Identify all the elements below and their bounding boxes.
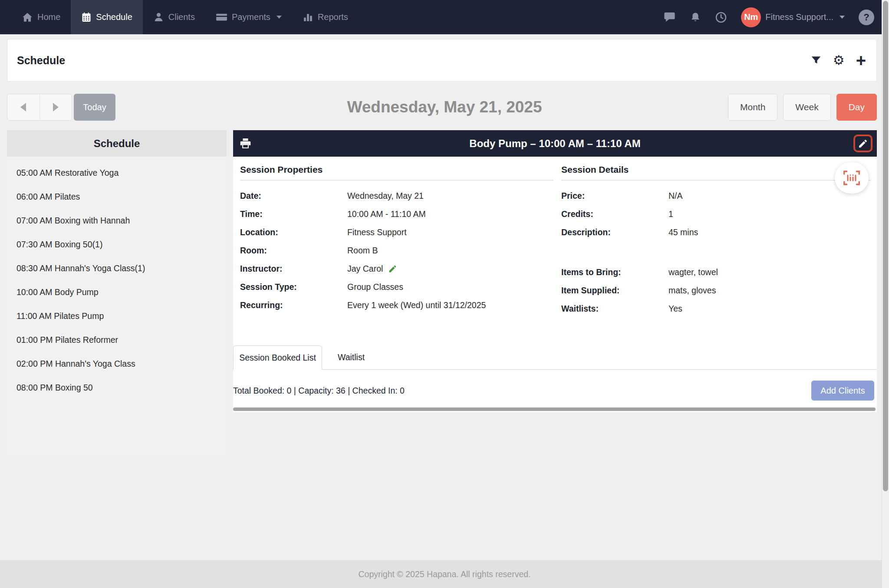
person-icon bbox=[153, 12, 164, 23]
instructor-name: Jay Carol bbox=[347, 264, 383, 274]
detail-row: Items to Bring: wagter, towel bbox=[561, 263, 871, 281]
session-list-item[interactable]: 07:00 AM Boxing with Hannah bbox=[7, 209, 227, 233]
section-heading: Session Properties bbox=[240, 164, 553, 181]
booked-summary: Total Booked: 0 | Capacity: 36 | Checked… bbox=[233, 386, 405, 396]
filter-icon[interactable] bbox=[810, 55, 822, 66]
detail-row: Credits: 1 bbox=[561, 205, 871, 223]
detail-row: Waitlists: Yes bbox=[561, 299, 871, 318]
detail-row: Price: N/A bbox=[561, 187, 871, 205]
session-list-item[interactable]: 02:00 PM Hannah's Yoga Class bbox=[7, 352, 227, 376]
booked-summary-row: Total Booked: 0 | Capacity: 36 | Checked… bbox=[233, 377, 876, 404]
credit-card-icon bbox=[216, 11, 227, 23]
session-list-item[interactable]: 08:30 AM Hannah's Yoga Class(1) bbox=[7, 256, 227, 280]
nav-item-reports[interactable]: Reports bbox=[292, 0, 359, 34]
gear-icon[interactable]: ⚙︎ bbox=[833, 54, 845, 67]
property-row: Recurring: Every 1 week (Wed) until 31/1… bbox=[240, 296, 553, 314]
detail-row: Item Supplied: mats, gloves bbox=[561, 281, 871, 299]
session-properties-section: Session Properties Date: Wednesday, May … bbox=[240, 164, 553, 314]
account-name: Fitness Support... bbox=[765, 12, 833, 22]
view-switcher: Month Week Day bbox=[728, 94, 877, 121]
session-details-section: Session Details Price: N/A Credits: 1 De… bbox=[561, 164, 871, 318]
view-day-button[interactable]: Day bbox=[836, 94, 877, 121]
session-list: 05:00 AM Restorative Yoga 06:00 AM Pilat… bbox=[7, 157, 227, 454]
property-row: Date: Wednesday, May 21 bbox=[240, 187, 553, 205]
schedule-sidebar: Schedule 05:00 AM Restorative Yoga 06:00… bbox=[7, 130, 227, 454]
property-row: Session Type: Group Classes bbox=[240, 278, 553, 296]
page-header-card: Schedule ⚙︎ + bbox=[7, 39, 877, 82]
property-row-instructor: Instructor: Jay Carol bbox=[240, 260, 553, 278]
clock-icon[interactable] bbox=[715, 11, 727, 23]
tab-session-booked-list[interactable]: Session Booked List bbox=[233, 345, 322, 370]
top-nav: Home Schedule Payments Clients Payments bbox=[0, 0, 889, 34]
pencil-icon bbox=[858, 138, 868, 149]
nav-menu: Home Schedule Payments Clients Payments bbox=[11, 0, 359, 34]
vertical-scrollbar-track[interactable] bbox=[882, 0, 889, 588]
account-menu[interactable]: Nm Fitness Support... bbox=[741, 7, 845, 27]
copyright-text: Copyright © 2025 Hapana. All rights rese… bbox=[359, 569, 531, 579]
detail-row: Description: 45 mins bbox=[561, 223, 871, 241]
vertical-scrollbar-thumb[interactable] bbox=[883, 1, 888, 491]
chevron-down-icon bbox=[840, 16, 845, 19]
tab-waitlist[interactable]: Waitlist bbox=[322, 345, 380, 369]
page-header-actions: ⚙︎ + bbox=[810, 54, 866, 67]
nav-item-label: Home bbox=[37, 12, 60, 22]
app-root: Home Schedule Payments Clients Payments bbox=[0, 0, 889, 588]
horizontal-scrollbar[interactable] bbox=[233, 407, 876, 411]
booking-tabs: Session Booked List Waitlist bbox=[233, 345, 877, 370]
bar-chart-icon bbox=[303, 12, 313, 23]
help-icon[interactable]: ? bbox=[859, 10, 874, 25]
edit-session-button[interactable] bbox=[853, 135, 873, 152]
bell-icon[interactable] bbox=[690, 12, 701, 23]
session-title: Body Pump – 10:00 AM – 11:10 AM bbox=[233, 138, 877, 150]
view-week-button[interactable]: Week bbox=[783, 94, 830, 121]
nav-item-label: Payments bbox=[232, 12, 270, 22]
add-clients-button[interactable]: Add Clients bbox=[811, 381, 874, 401]
session-list-item[interactable]: 11:00 AM Pilates Pump bbox=[7, 304, 227, 328]
session-list-item[interactable]: 01:00 PM Pilates Reformer bbox=[7, 328, 227, 352]
session-panel-body: Session Properties Date: Wednesday, May … bbox=[233, 157, 877, 412]
plus-icon[interactable]: + bbox=[856, 54, 866, 67]
property-row: Time: 10:00 AM - 11:10 AM bbox=[240, 205, 553, 223]
nav-item-schedule[interactable]: Schedule bbox=[71, 0, 142, 34]
property-row: Room: Room B bbox=[240, 241, 553, 260]
calendar-icon bbox=[81, 12, 92, 23]
avatar: Nm bbox=[741, 7, 761, 27]
session-panel-header: Body Pump – 10:00 AM – 11:10 AM bbox=[233, 130, 877, 157]
nav-utilities: Nm Fitness Support... ? bbox=[663, 0, 874, 34]
view-month-button[interactable]: Month bbox=[728, 94, 777, 121]
barcode-scan-badge[interactable] bbox=[835, 162, 869, 194]
page-title: Schedule bbox=[17, 54, 65, 67]
date-toolbar: Today Wednesday, May 21, 2025 Month Week… bbox=[0, 92, 889, 122]
property-row: Location: Fitness Support bbox=[240, 223, 553, 241]
sidebar-title: Schedule bbox=[7, 130, 227, 157]
nav-item-clients[interactable]: Payments Clients bbox=[143, 0, 205, 34]
session-list-item[interactable]: 10:00 AM Body Pump bbox=[7, 280, 227, 304]
chevron-down-icon bbox=[277, 16, 282, 19]
nav-item-payments[interactable]: Payments bbox=[205, 0, 292, 34]
section-heading: Session Details bbox=[561, 164, 871, 181]
nav-item-home[interactable]: Home bbox=[11, 0, 71, 34]
session-list-item[interactable]: 07:30 AM Boxing 50(1) bbox=[7, 233, 227, 256]
chat-icon[interactable] bbox=[663, 11, 676, 23]
home-icon bbox=[22, 12, 33, 23]
session-list-item[interactable]: 05:00 AM Restorative Yoga bbox=[7, 161, 227, 185]
session-list-item[interactable]: 06:00 AM Pilates bbox=[7, 185, 227, 209]
nav-item-label: Reports bbox=[318, 12, 348, 22]
barcode-icon bbox=[843, 170, 861, 186]
nav-item-label: Schedule bbox=[96, 12, 132, 22]
session-list-item[interactable]: 08:00 PM Boxing 50 bbox=[7, 376, 227, 400]
nav-item-label: Clients bbox=[168, 12, 195, 22]
footer: Copyright © 2025 Hapana. All rights rese… bbox=[0, 560, 889, 588]
edit-instructor-icon[interactable] bbox=[388, 264, 397, 273]
